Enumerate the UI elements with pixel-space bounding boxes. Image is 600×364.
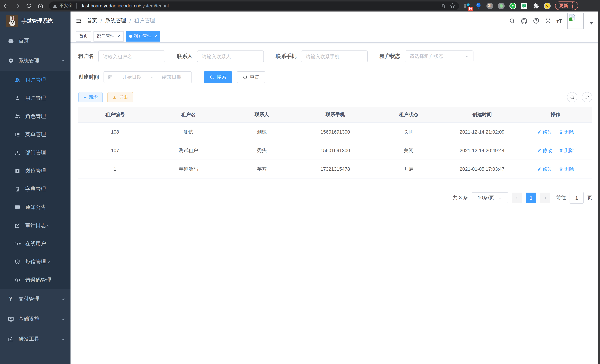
sidebar-item-post[interactable]: 岗位管理 (0, 162, 71, 180)
mobile-input[interactable] (301, 50, 368, 62)
font-size-icon[interactable]: TT (556, 18, 562, 24)
sidebar-item-tenant[interactable]: 租户管理 (0, 71, 71, 89)
chevron-down-icon (61, 337, 65, 341)
logo-image (6, 15, 18, 27)
bookmark-star-icon[interactable] (450, 3, 455, 9)
header-search-icon[interactable] (509, 18, 515, 24)
delete-link[interactable]: 删除 (559, 147, 574, 154)
share-icon[interactable] (440, 3, 445, 8)
edit-link[interactable]: 修改 (537, 166, 552, 172)
table-row: 107 测试租户 秃头 15601691300 关闭 2021-12-14 20… (78, 141, 592, 160)
sidebar-item-dept[interactable]: 部门管理 (0, 144, 71, 162)
profile-avatar-icon[interactable] (544, 2, 551, 9)
tenant-name-input[interactable] (98, 50, 165, 62)
delete-link[interactable]: 删除 (559, 129, 574, 135)
tab-label: 首页 (79, 33, 88, 39)
sidebar-item-infra[interactable]: 基础设施 (0, 309, 71, 329)
tree-table-icon (14, 131, 21, 138)
browser-reload-button[interactable] (23, 0, 35, 11)
refresh-table-button[interactable] (582, 92, 592, 103)
browser-forward-button[interactable] (11, 0, 23, 11)
sidebar-item-menu[interactable]: 菜单管理 (0, 125, 71, 144)
cell-created: 2021-12-14 20:49:44 (445, 141, 519, 160)
page-number-1[interactable]: 1 (526, 193, 536, 203)
cell-created: 2021-01-05 17:03:47 (445, 160, 519, 178)
trash-icon (559, 148, 563, 153)
toggle-search-button[interactable] (567, 92, 577, 103)
add-button[interactable]: + 新增 (78, 92, 103, 103)
extension-command-icon[interactable]: ⌘ (487, 2, 493, 9)
tab-home[interactable]: 首页 (76, 31, 91, 41)
browser-home-button[interactable] (35, 0, 46, 11)
chevron-down-icon (61, 317, 65, 321)
chevron-down-icon (465, 54, 469, 59)
breadcrumb-home[interactable]: 首页 (87, 18, 97, 24)
fullscreen-icon[interactable] (544, 18, 551, 24)
toolbox-icon (7, 336, 14, 342)
page-size-select[interactable]: 10条/页 (472, 192, 508, 203)
tab-tenant[interactable]: 租户管理 × (126, 31, 160, 41)
sidebar-item-role[interactable]: 角色管理 (0, 107, 71, 125)
tab-dept[interactable]: 部门管理 × (94, 31, 123, 41)
reset-button[interactable]: 重置 (237, 71, 265, 83)
cell-tenant-id: 107 (78, 141, 152, 160)
sidebar-item-home[interactable]: 首页 (0, 31, 71, 51)
sidebar-logo[interactable]: 芋道管理系统 (0, 11, 71, 31)
url-text: dashboard.yudao.iocoder.cn/system/tenant (81, 3, 169, 8)
sidebar-item-audit-log[interactable]: 审计日志 (0, 216, 71, 234)
sidebar-item-error-code[interactable]: 错误码管理 (0, 271, 71, 289)
extension-chat-icon[interactable] (521, 2, 528, 9)
table-header-row: 租户编号 租户名 联系人 联系手机 租户状态 创建时间 操作 (78, 107, 592, 123)
delete-link[interactable]: 删除 (559, 166, 574, 172)
prev-page-button[interactable] (512, 193, 522, 203)
extension-green-dot-icon[interactable] (498, 2, 505, 9)
mobile-field: 联系手机 (276, 50, 368, 62)
mobile-label: 联系手机 (276, 53, 301, 60)
tab-close-icon[interactable]: × (154, 34, 157, 38)
cell-tenant-name: 测试 (152, 123, 225, 141)
browser-menu-icon[interactable]: ⋮⋮ (570, 2, 575, 9)
broken-image-icon (568, 14, 575, 21)
sidebar-item-user[interactable]: 用户管理 (0, 89, 71, 107)
goto-page-input[interactable] (570, 192, 584, 204)
tab-close-icon[interactable]: × (117, 34, 120, 38)
create-time-range-picker[interactable]: 开始日期 - 结束日期 (103, 71, 192, 83)
extension-balloon-icon[interactable] (475, 2, 482, 9)
navbar: 首页 / 系统管理 / 租户管理 (71, 11, 600, 30)
security-chip[interactable]: 不安全 (53, 3, 73, 9)
dashboard-icon (7, 38, 14, 44)
extension-y-icon[interactable]: Y (509, 2, 516, 9)
sidebar-item-dict[interactable]: 字典管理 (0, 180, 71, 198)
sidebar-item-notice[interactable]: 通知公告 (0, 198, 71, 216)
browser-back-button[interactable] (0, 0, 11, 11)
sidebar-item-label: 研发工具 (19, 336, 61, 343)
github-icon[interactable] (520, 17, 527, 24)
search-button-label: 搜索 (217, 74, 226, 81)
sidebar-item-system[interactable]: 系统管理 (0, 51, 71, 71)
sidebar-item-payment[interactable]: ¥ 支付管理 (0, 289, 71, 309)
next-page-button[interactable] (540, 193, 550, 203)
export-button[interactable]: 导出 (107, 92, 133, 103)
avatar[interactable] (567, 13, 584, 29)
sidebar-item-sms[interactable]: 短信管理 (0, 253, 71, 271)
cell-actions: 修改 删除 (519, 160, 592, 178)
sidebar-item-online-user[interactable]: 在线用户 (0, 234, 71, 253)
help-icon[interactable] (533, 18, 539, 24)
address-bar[interactable]: 不安全 dashboard.yudao.iocoder.cn/system/te… (49, 1, 459, 10)
edit-link[interactable]: 修改 (537, 129, 552, 135)
sidebar-toggle-button[interactable] (71, 11, 87, 30)
breadcrumb-system[interactable]: 系统管理 (105, 18, 126, 24)
edit-link[interactable]: 修改 (537, 147, 552, 154)
col-mobile: 联系手机 (299, 107, 372, 123)
extension-tampermonkey-icon[interactable]: 10 (463, 2, 470, 9)
tenant-status-select[interactable]: 请选择租户状态 (405, 50, 473, 62)
cell-status: 关闭 (372, 123, 445, 141)
contact-input[interactable] (197, 50, 264, 62)
sidebar-item-devtools[interactable]: 研发工具 (0, 329, 71, 349)
extensions-puzzle-icon[interactable] (533, 2, 539, 9)
sms-shield-icon (14, 259, 21, 265)
search-button[interactable]: 搜索 (204, 71, 232, 83)
browser-update-button[interactable]: 更新 ⋮⋮ (555, 1, 578, 10)
avatar-caret-icon[interactable] (590, 22, 593, 25)
col-tenant-id: 租户编号 (78, 107, 152, 123)
